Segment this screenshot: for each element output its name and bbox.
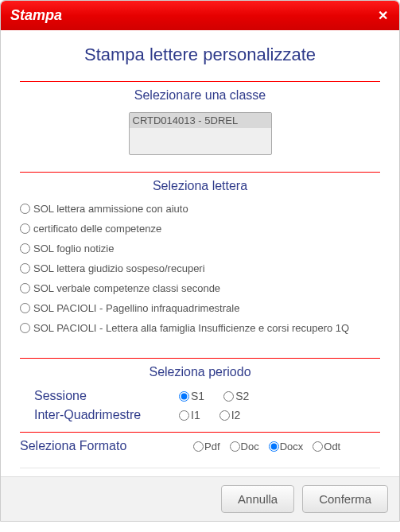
divider: [20, 468, 380, 468]
button-bar: Annulla Conferma: [1, 476, 399, 521]
radio-input[interactable]: [20, 243, 30, 254]
format-option-doc[interactable]: Doc: [230, 441, 259, 452]
radio-input[interactable]: [269, 441, 279, 452]
page-title: Stampa lettere personalizzate: [20, 45, 380, 65]
radio-input[interactable]: [20, 303, 30, 313]
divider: [20, 432, 380, 433]
period-row-session: Sessione S1 S2: [20, 389, 380, 403]
class-select-wrap: CRTD014013 - 5DREL: [20, 112, 380, 156]
period-label: Sessione: [20, 389, 179, 403]
divider: [20, 172, 380, 173]
letter-option[interactable]: SOL verbale competenze classi seconde: [20, 282, 380, 294]
letter-label: SOL lettera giudizio sospeso/recuperi: [33, 262, 205, 274]
radio-input[interactable]: [313, 441, 323, 452]
radio-input[interactable]: [20, 223, 30, 234]
section-class-title: Selezionare una classe: [20, 88, 380, 103]
section-period-title: Seleziona periodo: [20, 365, 380, 379]
format-option-pdf[interactable]: Pdf: [193, 441, 220, 452]
letter-label: SOL lettera ammissione con aiuto: [33, 203, 188, 215]
letter-option[interactable]: SOL lettera giudizio sospeso/recuperi: [20, 262, 380, 274]
period-label: Inter-Quadrimestre: [20, 408, 179, 422]
section-letter-title: Seleziona lettera: [20, 179, 380, 193]
period-table: Sessione S1 S2 Inter-Quadrimestre I1 I2: [20, 389, 380, 422]
format-label: Seleziona Formato: [20, 439, 193, 453]
letter-label: SOL foglio notizie: [33, 243, 114, 254]
class-option[interactable]: CRTD014013 - 5DREL: [130, 113, 271, 128]
letter-option[interactable]: certificato delle competenze: [20, 223, 380, 235]
dialog-title: Stampa: [10, 7, 62, 24]
titlebar: Stampa ✕: [1, 1, 399, 30]
letter-option[interactable]: SOL foglio notizie: [20, 243, 380, 254]
period-option-i1[interactable]: I1: [179, 409, 200, 421]
divider: [20, 358, 380, 359]
format-options: Pdf Doc Docx Odt: [193, 441, 340, 452]
letter-label: certificato delle competenze: [33, 223, 161, 235]
letter-label: SOL PACIOLI - Pagellino infraquadrimestr…: [33, 302, 239, 314]
radio-input[interactable]: [223, 391, 234, 402]
radio-input[interactable]: [179, 391, 189, 402]
letter-radio-list: SOL lettera ammissione con aiuto certifi…: [20, 203, 380, 334]
letter-label: SOL PACIOLI - Lettera alla famiglia Insu…: [33, 322, 349, 334]
class-select[interactable]: CRTD014013 - 5DREL: [129, 112, 272, 155]
radio-input[interactable]: [193, 441, 204, 452]
radio-input[interactable]: [179, 410, 189, 421]
dialog-content: Stampa lettere personalizzate Selezionar…: [1, 30, 399, 476]
confirm-button[interactable]: Conferma: [302, 485, 388, 513]
cancel-button[interactable]: Annulla: [221, 485, 294, 513]
radio-input[interactable]: [219, 410, 230, 421]
period-option-s1[interactable]: S1: [179, 390, 204, 402]
radio-input[interactable]: [20, 204, 30, 214]
letter-option[interactable]: SOL lettera ammissione con aiuto: [20, 203, 380, 215]
format-row: Seleziona Formato Pdf Doc Docx Odt: [20, 439, 380, 468]
divider: [20, 81, 380, 82]
radio-input[interactable]: [230, 441, 240, 452]
letter-option[interactable]: SOL PACIOLI - Lettera alla famiglia Insu…: [20, 322, 380, 334]
period-row-interquad: Inter-Quadrimestre I1 I2: [20, 408, 380, 422]
radio-input[interactable]: [20, 323, 30, 333]
close-icon[interactable]: ✕: [375, 9, 390, 23]
letter-option[interactable]: SOL PACIOLI - Pagellino infraquadrimestr…: [20, 302, 380, 314]
period-option-i2[interactable]: I2: [219, 409, 241, 421]
format-option-odt[interactable]: Odt: [313, 441, 340, 452]
radio-input[interactable]: [20, 283, 30, 293]
format-option-docx[interactable]: Docx: [269, 441, 304, 452]
period-option-s2[interactable]: S2: [223, 390, 249, 402]
print-dialog: Stampa ✕ Stampa lettere personalizzate S…: [0, 0, 400, 522]
radio-input[interactable]: [20, 263, 30, 274]
letter-label: SOL verbale competenze classi seconde: [33, 282, 220, 294]
